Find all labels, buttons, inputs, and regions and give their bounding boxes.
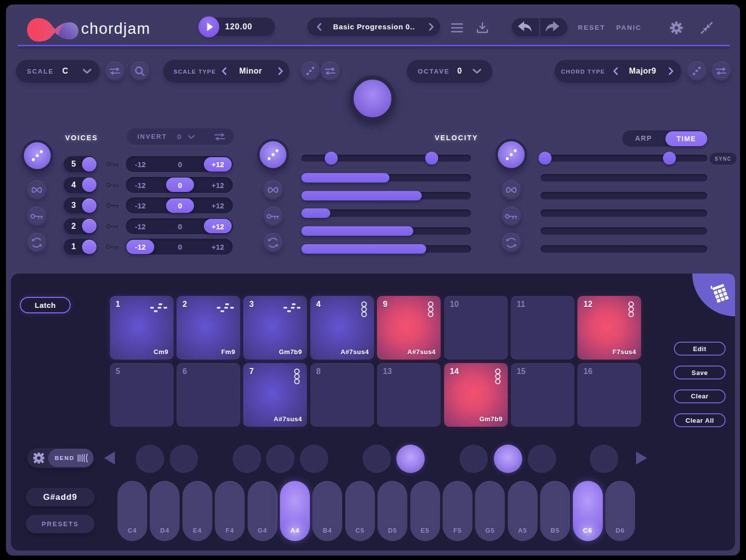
chord-type-swap-button[interactable] — [711, 61, 731, 81]
white-key-G5[interactable]: G5 — [475, 481, 505, 541]
level-bar-track[interactable] — [541, 245, 707, 253]
menu-icon[interactable] — [450, 21, 464, 35]
voices-infinity-button[interactable] — [27, 180, 47, 200]
voice-transpose-option[interactable]: +12 — [204, 160, 232, 169]
voices-cycle-button[interactable] — [27, 233, 47, 253]
voice-toggle-circle[interactable] — [82, 198, 96, 213]
black-key-A#5[interactable] — [528, 445, 556, 473]
level-bar-track[interactable] — [541, 209, 707, 217]
range-handle[interactable] — [425, 152, 438, 165]
level-bar-fill[interactable] — [301, 173, 389, 183]
time-cycle-button[interactable] — [501, 233, 521, 253]
voice-key-icon[interactable] — [106, 243, 119, 250]
voice-transpose-option[interactable]: 0 — [166, 181, 194, 189]
clear-all-button[interactable]: Clear All — [674, 413, 726, 427]
pad-4[interactable]: 4A#7sus4 — [310, 296, 374, 360]
chord-type-random-button[interactable] — [687, 61, 707, 81]
white-key-E5[interactable]: E5 — [410, 481, 440, 541]
scale-chevron-down-icon[interactable] — [82, 68, 93, 75]
scale-type-random-button[interactable] — [300, 61, 320, 81]
pad-1[interactable]: 1Cm9 — [110, 296, 174, 360]
voice-toggle-circle[interactable] — [82, 240, 96, 254]
black-key-G#5[interactable] — [494, 445, 522, 473]
white-key-A4[interactable]: A4 — [280, 481, 310, 541]
keyboard-scroll-right-button[interactable] — [636, 452, 647, 465]
voice-transpose-option[interactable]: 0 — [166, 243, 194, 251]
voice-transpose-option[interactable]: +12 — [204, 201, 232, 210]
voices-key-button[interactable] — [27, 206, 47, 226]
tempo-value[interactable]: 120.00 — [211, 17, 266, 36]
invert-swap-icon[interactable] — [213, 131, 227, 143]
voice-transpose-option[interactable]: -12 — [126, 181, 154, 189]
white-key-C6[interactable]: C6 — [573, 481, 603, 541]
voice-toggle-circle[interactable] — [82, 219, 96, 233]
undo-button[interactable] — [516, 20, 535, 34]
preset-prev-button[interactable] — [312, 17, 325, 36]
voice-transpose-option[interactable]: 0 — [166, 160, 194, 169]
grid-corner-flap[interactable] — [692, 274, 735, 318]
latch-button[interactable]: Latch — [20, 297, 71, 313]
voice-toggle-circle[interactable] — [82, 157, 96, 172]
pad-9[interactable]: 9A#7sus4 — [377, 296, 441, 360]
pad-8[interactable]: 8 — [310, 363, 374, 427]
voices-random-knob[interactable] — [21, 140, 53, 172]
octave-value[interactable]: 0 — [453, 67, 466, 76]
white-key-F4[interactable]: F4 — [215, 481, 245, 541]
chord-type-next-icon[interactable] — [667, 66, 675, 76]
white-key-E4[interactable]: E4 — [183, 481, 212, 541]
save-button[interactable]: Save — [674, 366, 726, 379]
voice-transpose-option[interactable]: -12 — [126, 243, 154, 251]
white-key-F5[interactable]: F5 — [443, 481, 472, 541]
bend-gear-icon[interactable] — [33, 453, 44, 464]
voice-transpose-option[interactable]: +12 — [204, 222, 232, 231]
invert-chevron-down-icon[interactable] — [186, 134, 196, 140]
edit-button[interactable]: Edit — [674, 342, 726, 356]
voice-transpose-option[interactable]: +12 — [204, 181, 232, 189]
scale-type-next-icon[interactable] — [277, 66, 284, 76]
time-key-button[interactable] — [501, 206, 521, 226]
scale-value[interactable]: C — [59, 67, 72, 76]
black-key-F#4[interactable] — [233, 445, 261, 473]
pad-6[interactable]: 6 — [177, 363, 240, 427]
pad-11[interactable]: 11 — [511, 296, 574, 360]
preset-next-button[interactable] — [425, 17, 438, 36]
pad-16[interactable]: 16 — [577, 363, 641, 427]
pad-7[interactable]: 7A#7sus4 — [243, 363, 307, 427]
voice-transpose-option[interactable]: -12 — [126, 222, 154, 231]
range-track[interactable] — [540, 155, 707, 162]
white-key-D6[interactable]: D6 — [605, 481, 635, 541]
collapse-icon[interactable] — [700, 21, 714, 35]
panic-button[interactable]: PANIC — [616, 24, 642, 31]
white-key-C4[interactable]: C4 — [117, 481, 147, 541]
keyboard-scroll-left-button[interactable] — [104, 452, 115, 465]
level-bar-fill[interactable] — [301, 226, 413, 236]
white-key-B5[interactable]: B5 — [540, 481, 570, 541]
black-key-D#5[interactable] — [396, 445, 425, 473]
scale-search-button[interactable] — [130, 61, 150, 81]
pad-15[interactable]: 15 — [511, 363, 574, 427]
octave-chevron-down-icon[interactable] — [471, 68, 482, 75]
redo-button[interactable] — [543, 20, 561, 34]
voice-transpose-option[interactable]: 0 — [166, 222, 194, 231]
main-knob[interactable] — [350, 76, 395, 121]
scale-type-prev-icon[interactable] — [220, 66, 228, 76]
scale-type-swap-button[interactable] — [320, 61, 340, 81]
white-key-D4[interactable]: D4 — [150, 481, 180, 541]
time-infinity-button[interactable] — [501, 180, 521, 200]
black-key-G#4[interactable] — [266, 445, 294, 473]
black-key-C#4[interactable] — [136, 445, 164, 473]
preset-name[interactable]: Basic Progression 0.. — [325, 17, 423, 36]
level-bar-fill[interactable] — [301, 244, 426, 254]
voice-key-icon[interactable] — [106, 161, 119, 168]
reset-button[interactable]: RESET — [578, 24, 605, 31]
range-handle[interactable] — [325, 152, 338, 165]
range-handle[interactable] — [539, 152, 552, 165]
black-key-A#4[interactable] — [300, 445, 328, 473]
velocity-random-knob[interactable] — [257, 139, 289, 171]
voice-key-icon[interactable] — [106, 182, 119, 188]
velocity-infinity-button[interactable] — [263, 180, 283, 200]
pad-5[interactable]: 5 — [110, 363, 174, 427]
pad-14[interactable]: 14Gm7b9 — [444, 363, 508, 427]
pad-10[interactable]: 10 — [444, 296, 508, 360]
black-key-F#5[interactable] — [460, 445, 488, 473]
